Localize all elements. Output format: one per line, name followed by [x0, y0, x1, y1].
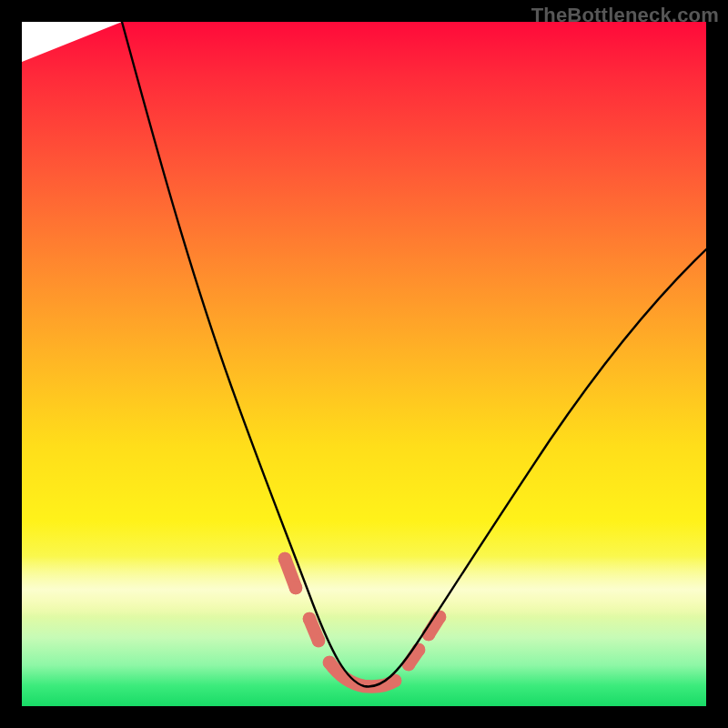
- marker-cap: [412, 643, 426, 657]
- plot-area: [22, 22, 706, 706]
- marker-cap: [402, 658, 416, 672]
- curve-layer: [22, 22, 706, 706]
- highlight-valley: [329, 662, 395, 686]
- chart-frame: TheBottleneck.com: [0, 0, 728, 728]
- marker-cap: [303, 612, 317, 626]
- marker-cap: [289, 581, 303, 595]
- bottleneck-curve-path: [122, 22, 706, 687]
- marker-cap: [278, 552, 292, 566]
- marker-cap: [312, 634, 326, 648]
- watermark-text: TheBottleneck.com: [531, 4, 719, 27]
- marker-cap: [323, 656, 337, 670]
